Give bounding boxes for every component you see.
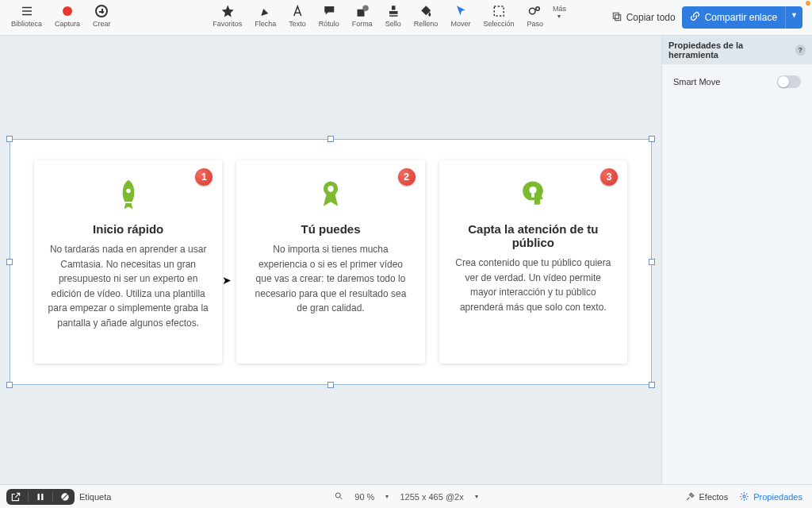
move-tool[interactable]: Mover (444, 0, 477, 28)
svg-rect-11 (38, 493, 40, 499)
cards-row: 1 Inicio rápido No tardarás nada en apre… (10, 140, 651, 384)
resize-handle[interactable] (6, 382, 13, 388)
dims-value: 1255 x 465 @2x (400, 492, 463, 502)
help-icon[interactable]: ? (795, 44, 806, 56)
plus-circle-icon (94, 3, 109, 19)
shape-tool[interactable]: Forma (346, 0, 379, 28)
tag-label[interactable]: Etiqueta (79, 492, 111, 502)
card-body: Crea contenido que tu público quiera ver… (452, 256, 615, 314)
svg-rect-5 (615, 14, 620, 20)
copy-icon (611, 11, 622, 25)
step-badge: 2 (398, 168, 416, 186)
capture-label: Captura (55, 21, 80, 28)
move-cursor-icon (453, 3, 469, 19)
status-bar: Etiqueta 90 % ▾ 1255 x 465 @2x ▾ Efectos… (0, 484, 812, 508)
smart-move-toggle[interactable] (777, 75, 801, 88)
step-badge: 3 (600, 168, 618, 186)
selection-tool[interactable]: Selección (477, 0, 520, 28)
arrow-tool-icon (258, 3, 274, 19)
toolbar-tools-group: Favoritos Flecha Texto Rótulo Forma Sell… (206, 0, 569, 28)
selected-image-object[interactable]: 1 Inicio rápido No tardarás nada en apre… (10, 139, 652, 385)
status-right: Efectos Propiedades (685, 491, 812, 502)
stamp-icon (385, 3, 401, 19)
svg-point-1 (362, 6, 369, 12)
svg-point-4 (536, 7, 540, 11)
step-badge: 1 (195, 168, 213, 186)
notification-dot-icon (806, 1, 810, 6)
card-title: Tú puedes (301, 222, 360, 236)
card-body: No tardarás nada en aprender a usar Camt… (47, 242, 209, 331)
smart-move-row: Smart Move (662, 64, 812, 99)
svg-rect-10 (531, 194, 534, 198)
svg-rect-0 (357, 10, 364, 17)
arrow-tool[interactable]: Flecha (248, 0, 282, 28)
step-icon (527, 3, 543, 19)
info-card: 2 Tú puedes No importa si tienes mucha e… (236, 160, 424, 364)
resize-handle[interactable] (649, 136, 655, 142)
card-body: No importa si tienes mucha experiencia o… (249, 242, 412, 316)
smart-move-label: Smart Move (673, 77, 720, 87)
pause-icon[interactable] (35, 491, 46, 502)
zoom-value[interactable]: 90 % (354, 492, 374, 502)
properties-button[interactable]: Propiedades (739, 491, 802, 502)
resize-handle[interactable] (327, 382, 334, 388)
card-title: Capta la atención de tu público (452, 222, 615, 249)
svg-rect-6 (613, 13, 619, 18)
record-icon (59, 3, 75, 19)
mic-off-icon[interactable] (59, 491, 71, 502)
share-link-button[interactable]: Compartir enlace (682, 6, 785, 29)
bucket-icon (418, 3, 434, 19)
status-center: 90 % ▾ 1255 x 465 @2x ▾ (334, 491, 477, 502)
chevron-down-icon: ▾ (557, 13, 561, 20)
callout-tool[interactable]: Rótulo (312, 0, 346, 28)
svg-point-9 (530, 187, 537, 194)
fill-tool[interactable]: Relleno (408, 0, 445, 28)
text-tool[interactable]: Texto (282, 0, 312, 28)
text-a-icon (289, 3, 305, 19)
zoom-dropdown-icon[interactable]: ▾ (385, 493, 389, 500)
library-button[interactable]: Biblioteca (5, 0, 48, 28)
canvas-area[interactable]: 1 Inicio rápido No tardarás nada en apre… (0, 36, 661, 484)
copy-all-button[interactable]: Copiar todo (605, 6, 682, 29)
resize-handle[interactable] (649, 382, 655, 388)
external-link-icon[interactable] (10, 491, 21, 502)
resize-handle[interactable] (6, 136, 13, 142)
marquee-icon (491, 3, 507, 19)
toolbar-more-button[interactable]: Más ▾ (550, 0, 569, 20)
effects-button[interactable]: Efectos (685, 491, 729, 502)
svg-point-3 (530, 8, 536, 14)
create-button[interactable]: Crear (86, 0, 117, 28)
menu-icon (19, 3, 35, 19)
create-label: Crear (93, 21, 111, 28)
stamp-tool[interactable]: Sello (379, 0, 408, 28)
lightbulb-head-icon (513, 175, 553, 214)
status-left: Etiqueta (0, 489, 111, 505)
resize-handle[interactable] (6, 259, 13, 265)
library-label: Biblioteca (11, 21, 42, 28)
toolbar-left-group: Biblioteca Captura Crear (0, 0, 117, 35)
share-link-dropdown[interactable]: ▼ (785, 6, 802, 29)
share-link-group: Compartir enlace ▼ (682, 6, 807, 29)
zoom-search-icon[interactable] (334, 491, 343, 502)
star-icon (220, 3, 236, 19)
step-tool[interactable]: Paso (520, 0, 550, 28)
top-toolbar: Biblioteca Captura Crear Favoritos Flech… (0, 0, 812, 36)
shapes-icon (354, 3, 370, 19)
toolbar-right-group: Copiar todo Compartir enlace ▼ (605, 0, 812, 35)
svg-rect-2 (494, 6, 504, 16)
recording-control-pill (6, 489, 75, 505)
resize-handle[interactable] (327, 136, 334, 142)
speech-bubble-icon (321, 3, 337, 19)
properties-panel-header: Propiedades de la herramienta ? (662, 36, 812, 64)
favorites-tool[interactable]: Favoritos (206, 0, 248, 28)
card-title: Inicio rápido (93, 222, 163, 236)
info-card: 1 Inicio rápido No tardarás nada en apre… (34, 160, 222, 364)
properties-panel: Propiedades de la herramienta ? Smart Mo… (661, 36, 812, 484)
rocket-icon (109, 175, 148, 214)
divider (28, 491, 29, 502)
svg-point-16 (743, 495, 745, 498)
capture-button[interactable]: Captura (48, 0, 86, 28)
link-icon (690, 11, 700, 24)
dims-dropdown-icon[interactable]: ▾ (475, 493, 478, 500)
resize-handle[interactable] (649, 259, 655, 265)
